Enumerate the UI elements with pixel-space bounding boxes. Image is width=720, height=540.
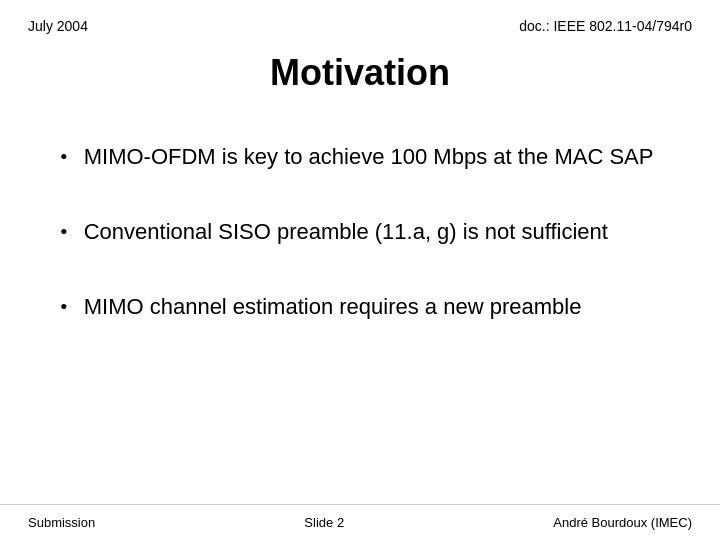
bullet-item-2: • Conventional SISO preamble (11.a, g) i… bbox=[60, 217, 660, 248]
slide-footer: Submission Slide 2 André Bourdoux (IMEC) bbox=[0, 504, 720, 540]
content-section: • MIMO-OFDM is key to achieve 100 Mbps a… bbox=[0, 142, 720, 322]
bullet-dot-3: • bbox=[60, 292, 68, 323]
slide-header: July 2004 doc.: IEEE 802.11-04/794r0 bbox=[0, 0, 720, 34]
bullet-dot-1: • bbox=[60, 142, 68, 173]
bullet-item-1: • MIMO-OFDM is key to achieve 100 Mbps a… bbox=[60, 142, 660, 173]
slide-title: Motivation bbox=[40, 52, 680, 94]
title-section: Motivation bbox=[0, 52, 720, 94]
bullet-text-1: MIMO-OFDM is key to achieve 100 Mbps at … bbox=[84, 142, 654, 173]
header-doc-id: doc.: IEEE 802.11-04/794r0 bbox=[519, 18, 692, 34]
footer-right: André Bourdoux (IMEC) bbox=[553, 515, 692, 530]
header-date: July 2004 bbox=[28, 18, 88, 34]
footer-center: Slide 2 bbox=[304, 515, 344, 530]
bullet-item-3: • MIMO channel estimation requires a new… bbox=[60, 292, 660, 323]
bullet-text-2: Conventional SISO preamble (11.a, g) is … bbox=[84, 217, 608, 248]
footer-left: Submission bbox=[28, 515, 95, 530]
bullet-text-3: MIMO channel estimation requires a new p… bbox=[84, 292, 582, 323]
slide: July 2004 doc.: IEEE 802.11-04/794r0 Mot… bbox=[0, 0, 720, 540]
bullet-dot-2: • bbox=[60, 217, 68, 248]
